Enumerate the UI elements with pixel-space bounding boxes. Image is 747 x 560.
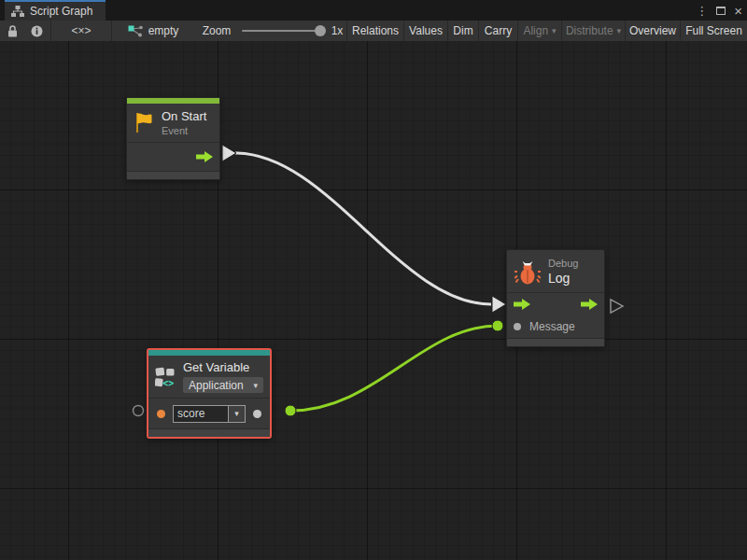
toolbar-divider (111, 21, 112, 41)
lock-icon (7, 25, 18, 37)
flow-input-arrow-icon[interactable] (514, 299, 530, 310)
bug-icon (514, 259, 541, 285)
unconnected-value-port-hint[interactable] (134, 406, 144, 416)
node-subtitle: Event (162, 125, 206, 136)
node-header: <> Get Variable Application ▾ (148, 356, 270, 398)
node-title: Get Variable (183, 360, 263, 374)
node-title: On Start (162, 109, 206, 123)
chevron-down-icon: ▾ (253, 381, 258, 390)
variable-name-field-group: ▾ (173, 405, 246, 423)
dim-button[interactable]: Dim (448, 21, 478, 41)
window-titlebar: Script Graph ⋮ × (0, 0, 747, 21)
node-category: Debug (548, 258, 578, 269)
variable-port-row: ▾ (148, 399, 270, 428)
graph-canvas[interactable]: On Start Event (0, 41, 747, 560)
zoom-slider-handle[interactable] (315, 25, 326, 36)
window-controls: ⋮ × (696, 0, 742, 21)
graph-name: empty (148, 24, 179, 37)
variable-scope-dropdown[interactable]: Application ▾ (183, 377, 263, 393)
chevron-down-icon: ▾ (617, 26, 622, 35)
tab-script-graph[interactable]: Script Graph (5, 0, 106, 21)
variable-icon: <> (155, 363, 176, 391)
message-port-row: Message (507, 315, 604, 338)
node-get-variable[interactable]: <> Get Variable Application ▾ ▾ (147, 348, 272, 439)
wire-value-score-to-message[interactable] (290, 326, 498, 411)
zoom-label: Zoom (196, 21, 237, 41)
info-button[interactable] (24, 21, 49, 41)
align-button[interactable]: Align ▾ (518, 21, 561, 41)
chevron-down-icon: ▾ (552, 26, 557, 35)
relations-button[interactable]: Relations (347, 21, 403, 41)
variable-name-input[interactable] (173, 405, 229, 423)
carry-button[interactable]: Carry (479, 21, 517, 41)
node-on-start[interactable]: On Start Event (126, 97, 220, 180)
value-input-connector[interactable] (492, 320, 503, 331)
unconnected-flow-port-hint[interactable] (611, 300, 623, 313)
code-toggle-icon: <×> (71, 24, 91, 37)
tab-title: Script Graph (30, 5, 92, 18)
zoom-value: 1x (327, 21, 347, 41)
lock-button[interactable] (0, 21, 24, 41)
flow-output-arrow-icon[interactable] (581, 299, 598, 310)
flag-icon (134, 112, 154, 133)
values-button[interactable]: Values (404, 21, 447, 41)
overview-button[interactable]: Overview (626, 21, 680, 41)
graph-toolbar: <×> empty Zoom 1x Relations Values Dim C… (0, 21, 747, 41)
window-menu-icon[interactable]: ⋮ (696, 5, 708, 17)
variable-scope-value: Application (189, 379, 244, 392)
wire-flow-onstart-to-log[interactable] (235, 153, 491, 304)
maximize-icon[interactable] (716, 7, 726, 15)
value-output-connector[interactable] (285, 405, 296, 416)
node-footer (148, 429, 270, 437)
wire-layer (0, 41, 747, 560)
zoom-slider[interactable] (241, 21, 325, 41)
distribute-button[interactable]: Distribute ▾ (562, 21, 625, 41)
node-debug-log[interactable]: Debug Log Message (506, 249, 605, 347)
close-icon[interactable]: × (734, 4, 742, 18)
value-output-port[interactable] (253, 410, 261, 418)
message-input-port[interactable] (514, 323, 521, 330)
svg-text:<>: <> (162, 377, 174, 387)
node-footer (507, 339, 604, 346)
flow-output-arrow-icon[interactable] (196, 151, 213, 162)
code-preview-toggle[interactable]: <×> (51, 21, 111, 41)
script-graph-icon (11, 6, 24, 17)
node-header: On Start Event (127, 104, 219, 142)
zoom-slider-track[interactable] (242, 30, 324, 32)
port-row (127, 143, 219, 171)
node-title: Log (548, 271, 578, 286)
chevron-down-icon: ▾ (234, 409, 239, 418)
info-icon (31, 25, 43, 37)
flow-output-connector[interactable] (222, 145, 236, 161)
flow-input-connector[interactable] (492, 296, 506, 313)
node-footer (127, 172, 219, 179)
node-header: Debug Log (507, 250, 604, 292)
graph-icon (128, 25, 143, 37)
message-port-label: Message (529, 320, 575, 333)
flow-port-row (507, 293, 604, 315)
fullscreen-button[interactable]: Full Screen (681, 21, 747, 41)
variable-input-port[interactable] (157, 410, 165, 418)
graph-breadcrumb[interactable]: empty (120, 21, 187, 41)
variable-name-dropdown[interactable]: ▾ (229, 405, 246, 423)
